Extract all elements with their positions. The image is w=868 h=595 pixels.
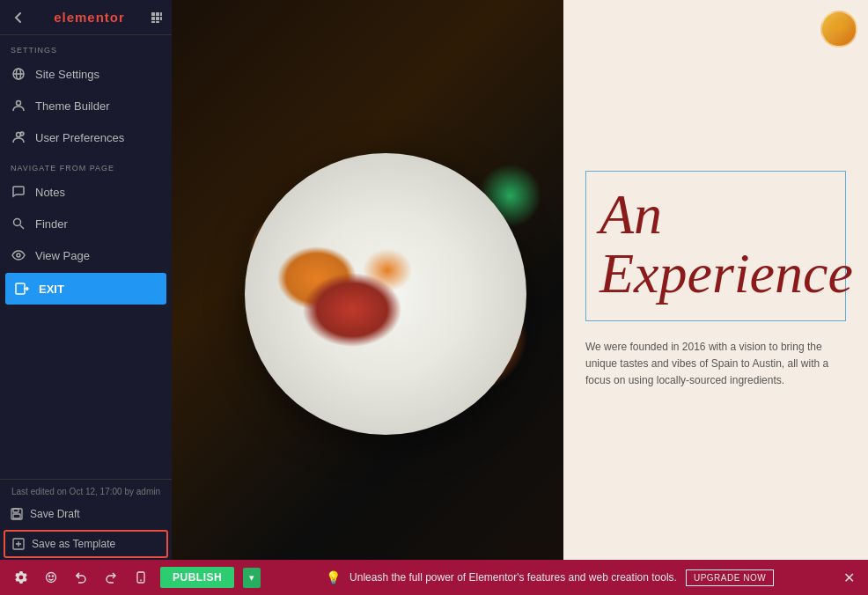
upgrade-button[interactable]: UPGRADE NOW: [686, 569, 774, 586]
heading-line2: Experience: [600, 242, 853, 305]
grid-button[interactable]: [151, 11, 163, 24]
publish-arrow-button[interactable]: ▾: [243, 568, 261, 588]
site-settings-label: Site Settings: [35, 68, 99, 81]
undo-icon-btn[interactable]: [69, 565, 93, 590]
save-template-item[interactable]: Save as Template: [4, 530, 168, 558]
theme-builder-icon: [11, 98, 26, 114]
sidebar-item-view-page[interactable]: View Page: [0, 239, 172, 271]
back-button[interactable]: [9, 8, 28, 27]
theme-builder-label: Theme Builder: [35, 99, 110, 113]
svg-rect-5: [160, 17, 162, 20]
settings-section-label: SETTINGS: [0, 35, 172, 58]
svg-point-23: [48, 576, 49, 577]
sidebar-bottom: Last edited on Oct 12, 17:00 by admin Sa…: [0, 479, 172, 560]
svg-rect-7: [156, 21, 159, 23]
svg-point-16: [17, 253, 20, 257]
sidebar-item-site-settings[interactable]: Site Settings: [0, 58, 172, 90]
save-template-icon: [12, 538, 25, 550]
main-content: An Experience We were founded in 2016 wi…: [172, 0, 868, 560]
save-draft-icon: [11, 508, 23, 520]
exit-icon: [14, 281, 30, 297]
svg-rect-19: [13, 509, 18, 512]
svg-point-22: [47, 573, 56, 583]
publish-button[interactable]: PUBLISH: [160, 567, 234, 588]
notes-icon: [11, 184, 26, 200]
finder-label: Finder: [35, 217, 68, 231]
heading-line1: An: [600, 183, 662, 246]
last-edited-text: Last edited on Oct 12, 17:00 by admin: [0, 480, 172, 500]
bottom-close-button[interactable]: ✕: [839, 569, 859, 586]
exit-label: EXIT: [39, 283, 64, 296]
elementor-logo: elementor: [54, 10, 125, 25]
sidebar-item-user-preferences[interactable]: User Preferences: [0, 121, 172, 153]
save-template-label: Save as Template: [32, 538, 115, 550]
globe-icon: [11, 66, 26, 82]
sidebar-item-theme-builder[interactable]: Theme Builder: [0, 90, 172, 121]
svg-rect-3: [151, 17, 155, 20]
sidebar-item-exit[interactable]: EXIT: [5, 273, 166, 305]
save-draft-label: Save Draft: [30, 508, 80, 520]
svg-point-14: [14, 219, 21, 226]
view-page-icon: [11, 247, 26, 263]
right-panel: An Experience We were founded in 2016 wi…: [563, 0, 868, 560]
bottom-icons-left: [9, 565, 153, 590]
plate: [245, 153, 526, 435]
sidebar-header: elementor: [0, 0, 172, 35]
user-preferences-label: User Preferences: [35, 131, 124, 144]
bottom-center-message: 💡 Unleash the full power of Elementor's …: [268, 569, 832, 586]
sidebar: elementor SETTINGS: [0, 0, 172, 560]
sidebar-item-notes[interactable]: Notes: [0, 176, 172, 208]
finder-icon: [11, 216, 26, 231]
svg-rect-2: [160, 12, 162, 16]
user-preferences-icon: [11, 129, 26, 145]
svg-point-24: [52, 576, 53, 577]
settings-icon-btn[interactable]: [9, 565, 33, 590]
svg-line-15: [20, 225, 24, 229]
avatar-image: [822, 12, 856, 46]
svg-rect-6: [151, 21, 155, 23]
save-draft-item[interactable]: Save Draft: [0, 500, 172, 528]
notes-label: Notes: [35, 186, 65, 199]
mobile-icon-btn[interactable]: [129, 565, 153, 590]
svg-rect-17: [16, 283, 25, 294]
bottom-bar: PUBLISH ▾ 💡 Unleash the full power of El…: [0, 560, 868, 595]
avatar[interactable]: [820, 11, 857, 48]
svg-rect-20: [13, 514, 20, 518]
smiley-icon-btn[interactable]: [39, 565, 63, 590]
text-selection-box: An Experience: [585, 171, 846, 321]
svg-rect-4: [156, 17, 159, 20]
redo-icon-btn[interactable]: [99, 565, 123, 590]
heading-text: An Experience: [600, 185, 832, 303]
svg-rect-1: [156, 12, 159, 16]
food-on-plate: [264, 223, 440, 381]
svg-rect-0: [151, 12, 155, 16]
navigate-section-label: NAVIGATE FROM PAGE: [0, 153, 172, 176]
description-text: We were founded in 2016 with a vision to…: [585, 339, 846, 390]
bottom-message-text: Unleash the full power of Elementor's fe…: [349, 571, 677, 584]
svg-point-11: [17, 101, 21, 106]
sidebar-item-finder[interactable]: Finder: [0, 208, 172, 239]
view-page-label: View Page: [35, 249, 90, 262]
